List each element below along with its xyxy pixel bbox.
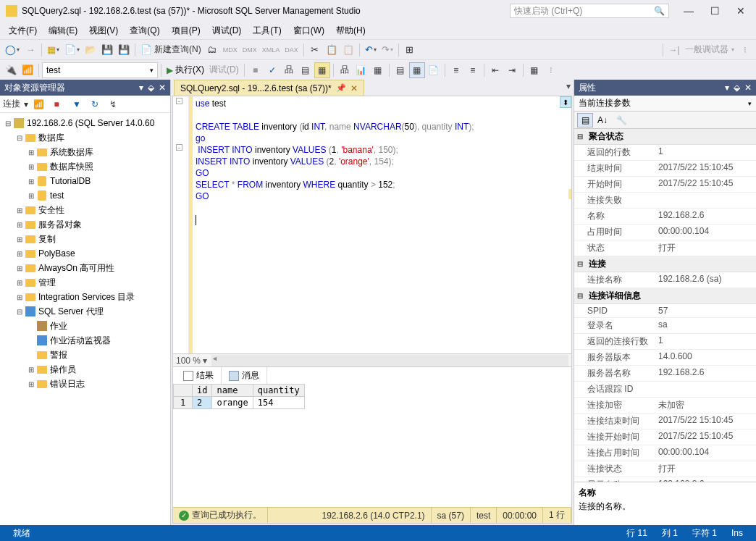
- tree-server-objects-node[interactable]: ⊞服务器对象: [0, 217, 170, 232]
- prop-row[interactable]: 会话跟踪 ID: [574, 382, 756, 398]
- nav-forward-button[interactable]: →: [22, 42, 38, 58]
- redo-button[interactable]: ↷▾: [379, 42, 395, 58]
- cut-button[interactable]: ✂: [307, 42, 323, 58]
- database-combo[interactable]: test ▾: [42, 62, 158, 78]
- prop-row[interactable]: 占用时间00:00:00.104: [574, 225, 756, 240]
- mdx-icon[interactable]: MDX: [221, 42, 240, 58]
- copy-button[interactable]: 📋: [324, 42, 340, 58]
- sql-editor[interactable]: - - use test CREATE TABLE inventory (id …: [173, 96, 571, 353]
- tree-alwayson-node[interactable]: ⊞AlwaysOn 高可用性: [0, 261, 170, 275]
- result-col-id[interactable]: id: [193, 385, 212, 397]
- tree-jobs-node[interactable]: 作业: [0, 319, 170, 333]
- actual-plan-button[interactable]: 品: [337, 62, 353, 78]
- tree-server-node[interactable]: ⊟192.168.2.6 (SQL Server 14.0.60: [0, 116, 170, 130]
- properties-pages-button[interactable]: 🔧: [613, 113, 629, 127]
- stop-refresh-icon[interactable]: ■: [49, 96, 64, 112]
- prop-row[interactable]: 结束时间2017/5/22 15:10:45: [574, 161, 756, 177]
- filter-icon[interactable]: ▼: [69, 96, 85, 112]
- new-file-button[interactable]: 📄▾: [62, 42, 82, 58]
- menu-tools[interactable]: 工具(T): [247, 22, 287, 39]
- save-all-button[interactable]: 💾: [116, 42, 132, 58]
- menu-window[interactable]: 窗口(W): [287, 22, 330, 39]
- menu-query[interactable]: 查询(Q): [124, 22, 165, 39]
- prop-category-connection-detail[interactable]: ⊟连接详细信息: [574, 288, 756, 304]
- split-view-icon[interactable]: ⬍: [560, 96, 571, 108]
- query-options-button[interactable]: ▤: [298, 62, 314, 78]
- result-row[interactable]: 1 2 orange 154: [174, 397, 305, 409]
- result-cell[interactable]: 2: [193, 397, 212, 409]
- tree-operators-node[interactable]: ⊞操作员: [0, 362, 170, 377]
- tree-system-db-node[interactable]: ⊞系统数据库: [0, 145, 170, 159]
- change-connection-icon[interactable]: 📶: [20, 62, 35, 78]
- nav-back-button[interactable]: ◯▾: [3, 42, 22, 58]
- prop-row[interactable]: 连接开始时间2017/5/22 15:10:45: [574, 429, 756, 445]
- tab-dropdown-icon[interactable]: ▾: [566, 81, 571, 91]
- live-stats-button[interactable]: 📊: [353, 62, 369, 78]
- fold-icon[interactable]: -: [176, 144, 182, 151]
- uncomment-button[interactable]: ≡: [465, 62, 481, 78]
- fold-icon[interactable]: -: [176, 98, 182, 104]
- open-button[interactable]: 📂: [83, 42, 98, 58]
- disconnect-icon[interactable]: 📶: [30, 96, 46, 112]
- prop-row[interactable]: 连接结束时间2017/5/22 15:10:45: [574, 414, 756, 429]
- menu-edit[interactable]: 编辑(E): [43, 22, 83, 39]
- tree-alerts-node[interactable]: 警报: [0, 348, 170, 362]
- results-grid[interactable]: id name quantity 1 2 orange 154: [173, 384, 571, 507]
- general-debugger-button[interactable]: 一般调试器▾: [683, 42, 736, 58]
- prop-category-aggregate[interactable]: ⊟聚合状态: [574, 129, 756, 145]
- new-query-button[interactable]: 📄新建查询(N): [138, 42, 203, 58]
- pin-icon[interactable]: ⬙: [734, 83, 740, 93]
- result-cell[interactable]: 154: [253, 397, 304, 409]
- pin-icon[interactable]: ⬙: [148, 83, 154, 93]
- intellisense-button[interactable]: ▦: [314, 62, 330, 78]
- properties-grid[interactable]: ⊟聚合状态 返回的行数1 结束时间2017/5/22 15:10:45 开始时间…: [574, 129, 756, 482]
- results-file-button[interactable]: 📄: [426, 62, 442, 78]
- prop-row[interactable]: 连接失败: [574, 193, 756, 209]
- panel-close-icon[interactable]: ✕: [159, 83, 166, 93]
- prop-row[interactable]: 连接状态打开: [574, 461, 756, 477]
- prop-row[interactable]: SPID57: [574, 304, 756, 318]
- outdent-button[interactable]: ⇥: [504, 62, 520, 78]
- menu-help[interactable]: 帮助(H): [330, 22, 371, 39]
- tree-error-logs-node[interactable]: ⊞错误日志: [0, 377, 170, 391]
- menu-file[interactable]: 文件(F): [3, 22, 43, 39]
- tree-tutorialdb-node[interactable]: ⊞TutorialDB: [0, 174, 170, 188]
- quick-launch-input[interactable]: 快速启动 (Ctrl+Q) 🔍: [510, 4, 669, 18]
- maximize-button[interactable]: ☐: [705, 5, 724, 17]
- results-tab[interactable]: 结果: [176, 367, 222, 384]
- results-grid-button[interactable]: ▦: [409, 62, 425, 78]
- editor-tab[interactable]: SQLQuery2.sql - 19...2.6.test (sa (57))*…: [174, 80, 364, 96]
- result-cell[interactable]: orange: [212, 397, 253, 409]
- menu-view[interactable]: 视图(V): [83, 22, 124, 39]
- prop-row[interactable]: 开始时间2017/5/22 15:10:45: [574, 177, 756, 193]
- prop-row[interactable]: 连接加密未加密: [574, 398, 756, 414]
- xmla-icon[interactable]: XMLA: [260, 42, 282, 58]
- results-text-button[interactable]: ▤: [392, 62, 408, 78]
- code-area[interactable]: use test CREATE TABLE inventory (id INT,…: [189, 96, 571, 353]
- save-button[interactable]: 💾: [99, 42, 115, 58]
- prop-row[interactable]: 名称192.168.2.6: [574, 209, 756, 225]
- menu-project[interactable]: 项目(P): [166, 22, 206, 39]
- step-into-button[interactable]: →|: [666, 42, 682, 58]
- zoom-combo[interactable]: 100 %: [176, 356, 201, 366]
- properties-object-combo[interactable]: 当前连接参数 ▾: [574, 96, 756, 112]
- prop-category-connection[interactable]: ⊟连接: [574, 256, 756, 272]
- tree-activity-monitor-node[interactable]: 作业活动监视器: [0, 333, 170, 348]
- tree-agent-node[interactable]: ⊟SQL Server 代理: [0, 304, 170, 319]
- debug-button[interactable]: 调试(D): [207, 62, 241, 78]
- more-sql-icon[interactable]: ⁝: [543, 62, 559, 78]
- tree-security-node[interactable]: ⊞安全性: [0, 203, 170, 217]
- indent-button[interactable]: ⇤: [487, 62, 503, 78]
- result-col-name[interactable]: name: [212, 385, 253, 397]
- properties-window-button[interactable]: ⊞: [402, 42, 418, 58]
- tree-integration-node[interactable]: ⊞Integration Services 目录: [0, 290, 170, 304]
- connection-icon[interactable]: 🔌: [3, 62, 19, 78]
- paste-button[interactable]: 📋: [340, 42, 356, 58]
- dmx-icon[interactable]: DMX: [240, 42, 259, 58]
- execute-button[interactable]: ▶执行(X): [164, 62, 206, 78]
- tree-replication-node[interactable]: ⊞复制: [0, 232, 170, 246]
- new-project-button[interactable]: ▦▾: [45, 42, 62, 58]
- estimated-plan-button[interactable]: 品: [281, 62, 297, 78]
- specify-template-button[interactable]: ▦: [526, 62, 542, 78]
- close-button[interactable]: ✕: [731, 5, 750, 17]
